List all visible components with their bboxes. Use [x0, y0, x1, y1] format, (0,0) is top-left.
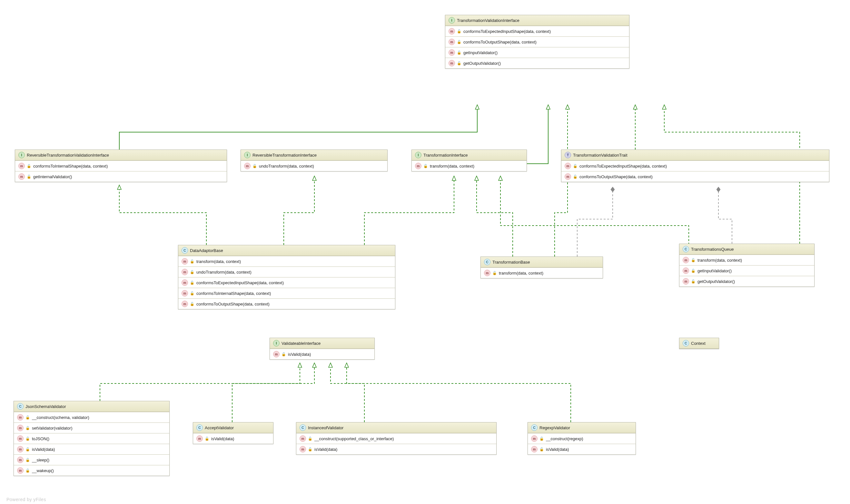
box-transformation-validation-interface: I TransformationValidationInterface m🔓co…	[445, 15, 630, 69]
member-row: m🔓conformsToExpectedInputShape(data, con…	[445, 26, 629, 36]
box-title: Context	[691, 341, 706, 346]
member-row: m🔓conformsToInternalShape(data, context)	[15, 161, 227, 171]
visibility-icon: 🔓	[539, 437, 544, 441]
method-icon: m	[17, 435, 23, 442]
method-icon: m	[17, 457, 23, 463]
class-icon: C	[484, 259, 491, 265]
box-header: I TransformationValidationInterface	[445, 15, 629, 26]
box-title: TransformationsQueue	[691, 247, 733, 252]
interface-icon: I	[273, 340, 280, 346]
box-header: C RegexpValidator	[528, 422, 636, 433]
box-transformation-interface: I TransformationInterface m🔓transform(da…	[411, 149, 527, 172]
method-icon: m	[565, 173, 571, 180]
box-title: JsonSchemaValidator	[25, 404, 66, 409]
box-members: m🔓conformsToExpectedInputShape(data, con…	[561, 161, 829, 182]
method-icon: m	[244, 163, 251, 169]
box-transformation-validation-trait: T TransformationValidationTrait m🔓confor…	[561, 149, 829, 182]
box-members: m🔓undoTransform(data, context)	[241, 161, 387, 171]
method-icon: m	[683, 257, 689, 263]
member-label: __construct(schema, validator)	[32, 415, 89, 420]
member-label: getOutputValidator()	[463, 61, 501, 66]
member-row: m🔓getInputValidator()	[445, 47, 629, 58]
box-members: m🔓isValid(data)	[270, 349, 374, 359]
method-icon: m	[683, 278, 689, 285]
visibility-icon: 🔓	[457, 51, 461, 55]
box-title: ReversibleTransformationValidationInterf…	[27, 153, 109, 158]
trait-icon: T	[565, 152, 571, 158]
member-label: isValid(data)	[288, 352, 311, 357]
box-instanceof-validator: C InstanceofValidator m🔓__construct(supp…	[296, 422, 497, 455]
box-header: C AcceptValidator	[193, 422, 273, 433]
visibility-icon: 🔓	[190, 259, 194, 264]
method-icon: m	[273, 351, 280, 357]
visibility-icon: 🔓	[25, 426, 30, 430]
visibility-icon: 🔓	[190, 281, 194, 285]
member-row: m🔓transform(data, context)	[178, 256, 395, 267]
method-icon: m	[18, 163, 25, 169]
member-label: __wakeup()	[32, 468, 54, 473]
member-row: m🔓transform(data, context)	[481, 268, 603, 278]
box-header: I TransformationInterface	[412, 150, 527, 161]
box-context: C Context	[679, 338, 719, 349]
box-reversible-transformation-validation-interface: I ReversibleTransformationValidationInte…	[15, 149, 227, 182]
member-row: m🔓isValid(data)	[14, 444, 169, 454]
member-row: m🔓__construct(regexp)	[528, 433, 636, 444]
box-title: AcceptValidator	[205, 425, 234, 430]
visibility-icon: 🔓	[573, 164, 578, 168]
member-row: m🔓toJSON()	[14, 433, 169, 444]
method-icon: m	[181, 258, 188, 265]
visibility-icon: 🔓	[457, 61, 461, 66]
visibility-icon: 🔓	[423, 164, 428, 168]
box-members: m🔓transform(data, context)	[412, 161, 527, 171]
member-label: conformsToExpectedInputShape(data, conte…	[196, 280, 284, 285]
box-members: m🔓conformsToExpectedInputShape(data, con…	[445, 26, 629, 68]
box-data-adaptor-base: C DataAdaptorBase m🔓transform(data, cont…	[178, 245, 395, 309]
visibility-icon: 🔓	[457, 40, 461, 44]
box-members: m🔓__construct(supported_class_or_interfa…	[296, 433, 496, 454]
interface-icon: I	[18, 152, 25, 158]
box-title: InstanceofValidator	[308, 425, 343, 430]
member-label: undoTransform(data, context)	[196, 270, 251, 274]
member-label: getInputValidator()	[463, 50, 498, 55]
method-icon: m	[415, 163, 422, 169]
box-members: m🔓__construct(regexp) m🔓isValid(data)	[528, 433, 636, 454]
class-icon: C	[531, 425, 537, 431]
box-title: TransformationBase	[492, 260, 530, 265]
box-regexp-validator: C RegexpValidator m🔓__construct(regexp) …	[528, 422, 636, 455]
visibility-icon: 🔓	[25, 458, 30, 462]
member-row: m🔓setValidator(validator)	[14, 422, 169, 433]
method-icon: m	[17, 446, 23, 452]
member-label: conformsToInternalShape(data, context)	[33, 164, 108, 168]
class-icon: C	[17, 403, 23, 410]
interface-icon: I	[448, 17, 455, 23]
member-label: __construct(supported_class_or_interface…	[314, 436, 394, 441]
visibility-icon: 🔓	[457, 29, 461, 34]
method-icon: m	[300, 435, 306, 442]
member-label: getInternalValidator()	[33, 174, 72, 179]
visibility-icon: 🔓	[573, 175, 578, 179]
box-title: RegexpValidator	[539, 425, 570, 430]
member-label: transform(data, context)	[697, 258, 742, 263]
method-icon: m	[300, 446, 306, 452]
member-label: transform(data, context)	[499, 271, 543, 275]
visibility-icon: 🔓	[308, 437, 313, 441]
box-header: C InstanceofValidator	[296, 422, 496, 433]
method-icon: m	[181, 269, 188, 275]
member-label: __construct(regexp)	[546, 436, 583, 441]
member-row: m🔓conformsToExpectedInputShape(data, con…	[561, 161, 829, 171]
member-row: m🔓isValid(data)	[528, 444, 636, 454]
box-header: C TransformationsQueue	[679, 244, 814, 255]
method-icon: m	[181, 280, 188, 286]
method-icon: m	[531, 446, 537, 452]
class-icon: C	[181, 247, 188, 254]
method-icon: m	[448, 28, 455, 35]
interface-icon: I	[415, 152, 422, 158]
method-icon: m	[448, 39, 455, 45]
visibility-icon: 🔓	[25, 437, 30, 441]
member-label: conformsToInternalShape(data, context)	[196, 291, 271, 296]
member-label: getInputValidator()	[697, 268, 732, 273]
method-icon: m	[18, 173, 25, 180]
visibility-icon: 🔓	[308, 447, 313, 451]
visibility-icon: 🔓	[25, 415, 30, 419]
member-row: m🔓conformsToExpectedInputShape(data, con…	[178, 277, 395, 288]
